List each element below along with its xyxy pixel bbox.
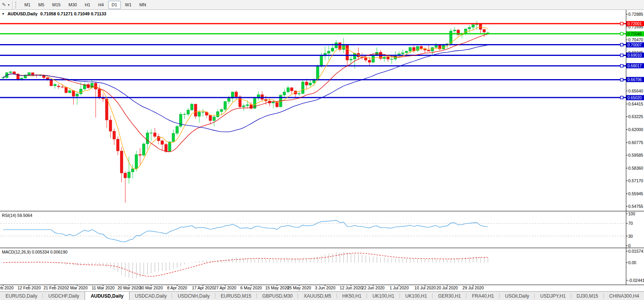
price-axis-label: 0.64415	[628, 102, 643, 106]
level-price-label: 0.72001	[626, 21, 644, 26]
time-axis-label: 12 Feb 2020	[18, 285, 41, 290]
price-axis-label: 0.65640	[628, 89, 643, 93]
chart-tab-uk100-h1[interactable]: UK100,H1	[367, 292, 400, 300]
toolbar-separator	[12, 1, 13, 9]
timeframe-button-h4[interactable]: H4	[94, 1, 107, 9]
chart-tab-usdcad-daily[interactable]: USDCAD,Daily	[130, 292, 172, 300]
time-axis-label: 12 Jun 2020	[340, 285, 363, 290]
time-axis-label: 21 Feb 2020	[44, 285, 67, 290]
ohlc-values: 0.71058 0.71271 0.71049 0.71133	[40, 11, 106, 16]
timeframe-button-h1[interactable]: H1	[81, 1, 94, 9]
level-price-label: 0.66706	[626, 77, 644, 82]
chart-tab-usdcnh-daily[interactable]: USDCNH,Daily	[172, 292, 215, 300]
chart-canvas[interactable]	[0, 10, 644, 291]
time-axis-label: 3 Feb 2020	[0, 285, 14, 290]
time-axis-label: 30 Mar 2020	[140, 285, 163, 290]
chart-tab-usoil-daily[interactable]: USOil,Daily	[500, 292, 535, 300]
chart-tab-eurusd-daily[interactable]: EURUSD,Daily	[0, 292, 43, 300]
rsi-indicator-label: RSI(14) 59.5064	[2, 213, 32, 218]
candles	[2, 21, 489, 203]
timeframe-button-m30[interactable]: M30	[65, 1, 80, 9]
price-axis-label: 0.54755	[628, 204, 643, 209]
timeframe-button-m5[interactable]: M5	[35, 1, 48, 9]
level-price-label: 0.70007	[626, 43, 644, 48]
level-price-label: 0.71046	[626, 31, 644, 37]
time-axis-label: 15 May 2020	[265, 285, 289, 290]
level-price-label: 0.69010	[626, 53, 644, 58]
macd-axis-label: -0.024411	[628, 278, 644, 283]
price-axis-label: 0.70470	[628, 37, 643, 42]
chart-tab-dj30-m15[interactable]: DJ30,M15	[571, 292, 604, 300]
chart-tab-uk100-h1[interactable]: UK100,H1	[400, 292, 433, 300]
timeframe-button-d1[interactable]: D1	[108, 1, 121, 9]
rsi-axis-label: 0	[628, 243, 631, 248]
macd-axis-label: 0.00	[628, 260, 636, 265]
toolbar-grip-handle[interactable]	[15, 2, 18, 8]
chart-tabs-bar: EURUSD,DailyUSDCHF,DailyAUDUSD,DailyUSDC…	[0, 291, 644, 300]
time-axis-label: 25 May 2020	[287, 285, 311, 290]
chart-tab-usdchf-daily[interactable]: USDCHF,Daily	[43, 292, 85, 300]
rsi-axis-label: 70	[628, 221, 633, 226]
time-axis-label: 11 Mar 2020	[92, 285, 115, 290]
time-axis-label: 8 Apr 2020	[167, 285, 187, 290]
chart-tab-fra40-h1[interactable]: FRA40,H1	[466, 292, 500, 300]
pane-separators	[0, 10, 644, 285]
chart-tab-xauusd-m5[interactable]: XAUUSD,M5	[298, 292, 337, 300]
price-axis-label: 0.60775	[628, 140, 643, 145]
macd-pane	[3, 251, 628, 280]
time-axis-label: 20 Mar 2020	[118, 285, 141, 290]
chart-tab-gbpusd-m30[interactable]: GBPUSD,M30	[257, 292, 298, 300]
level-price-label: 0.65020	[626, 95, 644, 100]
price-axis-label: 0.59585	[628, 153, 643, 157]
time-axis-label: 20 Jul 2020	[437, 285, 458, 290]
timeframe-buttons: M1M5M15M30H1H4D1W1MN	[20, 1, 150, 9]
rsi-axis-label: 100	[628, 211, 635, 216]
chart-menu-caret-icon[interactable]: ▼	[2, 12, 5, 16]
macd-axis-label: 0.015741	[628, 249, 644, 254]
chart-tab-ger30-h1[interactable]: GER30,H1	[433, 292, 466, 300]
timeframe-button-mn[interactable]: MN	[136, 1, 150, 9]
price-level-lines[interactable]	[0, 22, 626, 99]
chart-tab-eurusd-m15[interactable]: EURUSD,M15	[215, 292, 257, 300]
time-axis-label: 1 Jul 2020	[390, 285, 409, 290]
price-axis-label: 0.63225	[628, 114, 643, 119]
chevron-down-icon[interactable]: ▾	[8, 3, 9, 7]
chart-area[interactable]: ▼ AUDUSD,Daily 0.71058 0.71271 0.71049 0…	[0, 10, 644, 291]
time-axis-label: 17 Apr 2020	[192, 285, 215, 290]
price-axis-label: 0.62000	[628, 127, 643, 132]
chart-title: ▼ AUDUSD,Daily 0.71058 0.71271 0.71049 0…	[2, 11, 106, 16]
chart-tab-hk50-h1[interactable]: HK50,H1	[337, 292, 367, 300]
time-axis-label: 10 Jul 2020	[415, 285, 436, 290]
mt4-window: ✎ ▾ M1M5M15M30H1H4D1W1MN ▼ AUDUSD,Daily …	[0, 0, 644, 300]
rsi-axis-label: 30	[628, 234, 633, 239]
symbol-period-label: AUDUSD,Daily	[7, 11, 37, 16]
time-axis-label: 29 Jul 2020	[463, 285, 484, 290]
price-axis-label: 0.58360	[628, 166, 643, 170]
timeframe-button-w1[interactable]: W1	[122, 1, 135, 9]
time-axis-label: 3 Jun 2020	[315, 285, 335, 290]
time-axis-label: 22 Jun 2020	[362, 285, 385, 290]
time-axis-label: 6 May 2020	[241, 285, 262, 290]
timeframe-button-m1[interactable]: M1	[21, 1, 34, 9]
chart-tab-usdjpy-h1[interactable]: USDJPY,H1	[535, 292, 571, 300]
price-axis-label: 0.57170	[628, 178, 643, 183]
price-axis-label: 0.72885	[628, 12, 643, 17]
timeframe-toolbar: ✎ ▾ M1M5M15M30H1H4D1W1MN	[0, 0, 644, 10]
timeframe-button-m15[interactable]: M15	[49, 1, 64, 9]
macd-indicator-label: MACD(12,26,9) 0.005334 0.006190	[2, 250, 67, 254]
draw-tool-icon[interactable]: ✎	[0, 2, 8, 7]
chart-tab-audusd-daily[interactable]: AUDUSD,Daily	[85, 292, 129, 300]
chart-tab-china300-h4[interactable]: CHINA300,H4	[604, 292, 644, 300]
level-price-label: 0.68017	[626, 63, 644, 69]
rsi-pane	[0, 214, 628, 246]
time-axis-label: 2 Mar 2020	[67, 285, 87, 290]
time-axis-label: 27 Apr 2020	[214, 285, 237, 290]
price-axis-label: 0.55945	[628, 191, 643, 196]
